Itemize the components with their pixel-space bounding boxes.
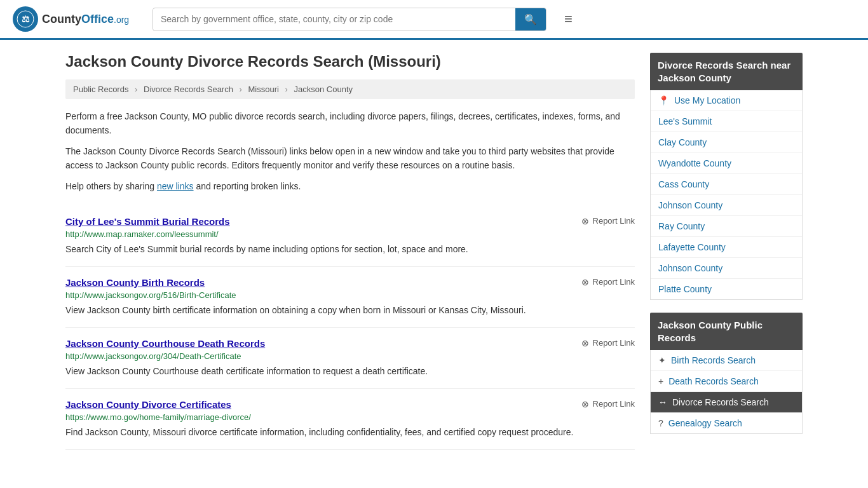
record-desc-1: View Jackson County birth certificate in…	[65, 304, 635, 317]
sidebar-section2-list: ✦ Birth Records Search + Death Records S…	[650, 350, 803, 434]
record-title-0[interactable]: City of Lee's Summit Burial Records	[65, 216, 230, 227]
record-title-2[interactable]: Jackson County Courthouse Death Records	[65, 338, 265, 349]
sidebar-link-nearby-0[interactable]: Use My Location	[674, 95, 740, 105]
record-desc-3: Find Jackson County, Missouri divorce ce…	[65, 426, 635, 439]
sidebar-item-nearby-7[interactable]: Lafayette County	[651, 237, 802, 258]
sidebar-item-nearby-5[interactable]: Johnson County	[651, 195, 802, 216]
record-title-3[interactable]: Jackson County Divorce Certificates	[65, 399, 231, 410]
menu-button[interactable]: ≡	[559, 8, 578, 30]
sidebar-link-nearby-8[interactable]: Johnson County	[658, 263, 722, 273]
sidebar-item-nearby-3[interactable]: Wyandotte County	[651, 153, 802, 174]
svg-text:⚖: ⚖	[22, 14, 30, 24]
sidebar-link-records-0[interactable]: Birth Records Search	[671, 355, 756, 365]
record-item: City of Lee's Summit Burial Records ⊗ Re…	[65, 206, 635, 267]
description-1: Perform a free Jackson County, MO public…	[65, 109, 635, 138]
report-link-2[interactable]: ⊗ Report Link	[581, 338, 635, 348]
sidebar-link-records-2[interactable]: Divorce Records Search	[672, 397, 769, 407]
sidebar-section1-list: 📍Use My LocationLee's SummitClay CountyW…	[650, 90, 803, 300]
report-link-0[interactable]: ⊗ Report Link	[581, 216, 635, 226]
report-icon-3: ⊗	[581, 399, 589, 409]
header: ⚖ CountyOffice.org 🔍 ≡	[0, 0, 868, 40]
description-3: Help others by sharing new links and rep…	[65, 179, 635, 193]
breadcrumb-sep-3: ›	[285, 85, 288, 94]
search-button[interactable]: 🔍	[515, 8, 546, 30]
report-icon-1: ⊗	[581, 277, 589, 287]
records-list: City of Lee's Summit Burial Records ⊗ Re…	[65, 206, 635, 450]
records-icon-3: ?	[658, 418, 663, 428]
sidebar-link-nearby-7[interactable]: Lafayette County	[658, 242, 726, 252]
record-url-1: http://www.jacksongov.org/516/Birth-Cert…	[65, 290, 635, 300]
sidebar-item-records-3[interactable]: ? Genealogy Search	[651, 413, 802, 433]
main-container: Jackson County Divorce Records Search (M…	[53, 40, 815, 463]
report-link-label-2: Report Link	[593, 338, 635, 348]
record-header: Jackson County Divorce Certificates ⊗ Re…	[65, 399, 635, 410]
record-url-0: http://www.map.ramaker.com/leessummit/	[65, 229, 635, 239]
sidebar-link-nearby-6[interactable]: Ray County	[658, 221, 705, 231]
sidebar-link-records-1[interactable]: Death Records Search	[668, 376, 759, 386]
sidebar-item-records-2[interactable]: ↔ Divorce Records Search	[651, 392, 802, 413]
record-item: Jackson County Divorce Certificates ⊗ Re…	[65, 389, 635, 450]
breadcrumb-sep-2: ›	[240, 85, 242, 94]
record-header: Jackson County Courthouse Death Records …	[65, 338, 635, 349]
report-link-3[interactable]: ⊗ Report Link	[581, 399, 635, 409]
record-header: City of Lee's Summit Burial Records ⊗ Re…	[65, 216, 635, 227]
description-3-pre: Help others by sharing	[65, 181, 157, 191]
sidebar-link-nearby-3[interactable]: Wyandotte County	[658, 158, 731, 168]
sidebar-section2-header: Jackson County Public Records	[650, 313, 803, 350]
records-icon-0: ✦	[658, 355, 666, 365]
record-item: Jackson County Courthouse Death Records …	[65, 328, 635, 389]
record-item: Jackson County Birth Records ⊗ Report Li…	[65, 267, 635, 328]
breadcrumb-jackson-county[interactable]: Jackson County	[294, 85, 353, 94]
report-link-label-1: Report Link	[593, 277, 635, 287]
report-icon-2: ⊗	[581, 338, 589, 348]
record-url-3: https://www.mo.gov/home-family/marriage-…	[65, 412, 635, 422]
breadcrumb-divorce-records[interactable]: Divorce Records Search	[144, 85, 233, 94]
content-area: Jackson County Divorce Records Search (M…	[65, 53, 635, 450]
sidebar-link-nearby-4[interactable]: Cass County	[658, 179, 709, 189]
sidebar-item-records-0[interactable]: ✦ Birth Records Search	[651, 350, 802, 371]
record-title-1[interactable]: Jackson County Birth Records	[65, 277, 205, 288]
report-link-label-0: Report Link	[593, 216, 635, 226]
breadcrumb-public-records[interactable]: Public Records	[73, 85, 128, 94]
report-link-label-3: Report Link	[593, 399, 635, 409]
sidebar-section-nearby: Divorce Records Search near Jackson Coun…	[650, 53, 803, 300]
sidebar-item-nearby-1[interactable]: Lee's Summit	[651, 111, 802, 132]
search-input[interactable]	[153, 9, 515, 29]
report-link-1[interactable]: ⊗ Report Link	[581, 277, 635, 287]
sidebar-section-records: Jackson County Public Records ✦ Birth Re…	[650, 313, 803, 434]
description-3-post: and reporting broken links.	[194, 181, 301, 191]
sidebar-link-nearby-9[interactable]: Platte County	[658, 284, 712, 294]
sidebar-item-records-1[interactable]: + Death Records Search	[651, 371, 802, 392]
breadcrumb-missouri[interactable]: Missouri	[248, 85, 279, 94]
sidebar: Divorce Records Search near Jackson Coun…	[650, 53, 803, 450]
logo-text: CountyOffice.org	[42, 13, 129, 26]
sidebar-item-nearby-4[interactable]: Cass County	[651, 174, 802, 195]
record-header: Jackson County Birth Records ⊗ Report Li…	[65, 277, 635, 288]
sidebar-item-nearby-9[interactable]: Platte County	[651, 279, 802, 299]
search-area: 🔍	[153, 8, 546, 31]
breadcrumb-sep-1: ›	[135, 85, 137, 94]
sidebar-item-nearby-6[interactable]: Ray County	[651, 216, 802, 237]
location-icon: 📍	[658, 95, 669, 105]
sidebar-item-nearby-8[interactable]: Johnson County	[651, 258, 802, 279]
sidebar-link-nearby-5[interactable]: Johnson County	[658, 200, 722, 210]
breadcrumb: Public Records › Divorce Records Search …	[65, 79, 635, 99]
page-title: Jackson County Divorce Records Search (M…	[65, 53, 635, 71]
sidebar-section1-header: Divorce Records Search near Jackson Coun…	[650, 53, 803, 90]
sidebar-item-nearby-0[interactable]: 📍Use My Location	[651, 90, 802, 111]
records-icon-2: ↔	[658, 397, 667, 407]
logo-area: ⚖ CountyOffice.org	[13, 6, 140, 32]
description-2: The Jackson County Divorce Records Searc…	[65, 144, 635, 173]
new-links-link[interactable]: new links	[157, 181, 194, 191]
records-icon-1: +	[658, 376, 663, 386]
sidebar-link-nearby-2[interactable]: Clay County	[658, 137, 707, 147]
report-icon-0: ⊗	[581, 216, 589, 226]
sidebar-item-nearby-2[interactable]: Clay County	[651, 132, 802, 153]
record-desc-2: View Jackson County Courthouse death cer…	[65, 365, 635, 378]
sidebar-link-nearby-1[interactable]: Lee's Summit	[658, 116, 712, 126]
record-desc-0: Search City of Lee's Summit burial recor…	[65, 243, 635, 256]
record-url-2: http://www.jacksongov.org/304/Death-Cert…	[65, 351, 635, 361]
logo-icon: ⚖	[13, 6, 38, 32]
sidebar-link-records-3[interactable]: Genealogy Search	[668, 418, 742, 428]
